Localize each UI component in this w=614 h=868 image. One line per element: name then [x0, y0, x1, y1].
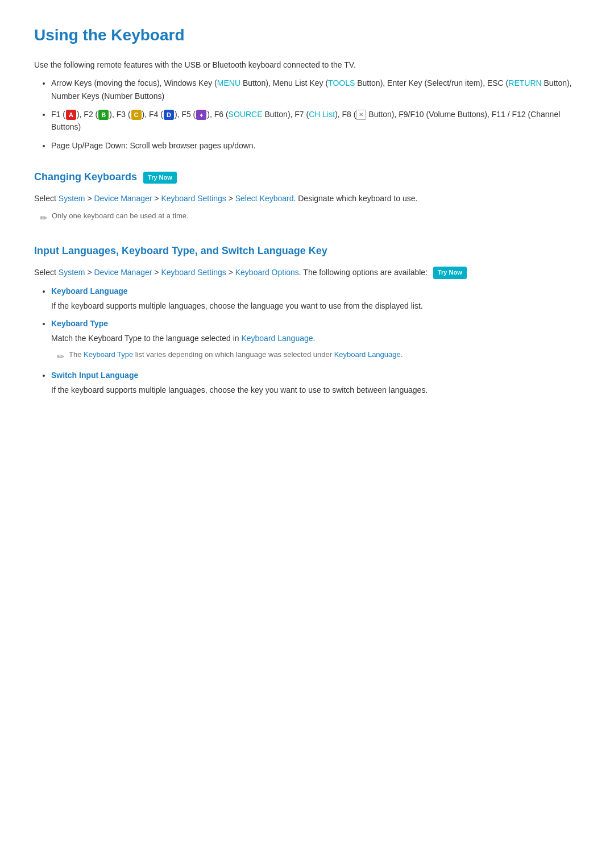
keyboard-type-link-note: Keyboard Type: [84, 350, 133, 359]
list-item-keyboard-language: Keyboard Language If the keyboard suppor…: [51, 285, 580, 313]
note-keyboard-type: ✏ The Keyboard Type list varies dependin…: [51, 349, 580, 364]
page-title: Using the Keyboard: [34, 23, 580, 48]
main-bullet-list: Arrow Keys (moving the focus), Windows K…: [51, 77, 580, 152]
menu-label: MENU: [217, 78, 240, 88]
pencil-icon-2: ✏: [57, 350, 64, 364]
list-item-keyboard-type: Keyboard Type Match the Keyboard Type to…: [51, 317, 580, 364]
f3-icon: C: [131, 110, 142, 120]
f1-icon: A: [66, 110, 76, 120]
mute-icon: ✕: [356, 110, 366, 120]
input-languages-section: Input Languages, Keyboard Type, and Swit…: [34, 243, 580, 397]
f5-icon: ♦: [196, 110, 206, 120]
select-keyboard-link: Select Keyboard: [235, 194, 294, 203]
keyboard-language-link-note: Keyboard Language: [334, 350, 401, 359]
intro-text: Use the following remote features with t…: [34, 59, 580, 71]
keyboard-language-title: Keyboard Language: [51, 286, 128, 296]
switch-input-language-body: If the keyboard supports multiple langua…: [51, 384, 580, 396]
keyboard-type-body: Match the Keyboard Type to the language …: [51, 332, 580, 344]
return-label: RETURN: [508, 78, 541, 88]
system-link-2: System: [59, 268, 85, 277]
note-one-keyboard-text: Only one keyboard can be used at a time.: [52, 210, 189, 222]
page-container: Using the Keyboard Use the following rem…: [34, 23, 580, 397]
changing-keyboards-title: Changing Keyboards Try Now: [34, 169, 580, 185]
tools-label: TOOLS: [328, 78, 355, 88]
changing-keyboards-instruction: Select System > Device Manager > Keyboar…: [34, 192, 580, 205]
f4-icon: D: [164, 110, 174, 120]
f2-icon: B: [98, 110, 109, 120]
source-label: SOURCE: [229, 110, 263, 119]
keyboard-type-title: Keyboard Type: [51, 319, 108, 328]
pencil-icon-1: ✏: [40, 211, 47, 226]
pageupdown-text: Page Up/Page Down: Scroll web browser pa…: [51, 141, 256, 150]
keyboard-options-link: Keyboard Options: [235, 268, 299, 277]
device-manager-link-1: Device Manager: [94, 194, 152, 203]
system-link-1: System: [59, 194, 85, 203]
switch-input-language-title: Switch Input Language: [51, 371, 138, 380]
keyboard-settings-link-1: Keyboard Settings: [161, 194, 226, 203]
list-item-switch-input-language: Switch Input Language If the keyboard su…: [51, 369, 580, 397]
input-languages-title: Input Languages, Keyboard Type, and Swit…: [34, 243, 580, 259]
changing-keyboards-section: Changing Keyboards Try Now Select System…: [34, 169, 580, 226]
keyboard-options-list: Keyboard Language If the keyboard suppor…: [51, 285, 580, 397]
list-item-arrow-keys: Arrow Keys (moving the focus), Windows K…: [51, 77, 580, 102]
list-item-pageupdown: Page Up/Page Down: Scroll web browser pa…: [51, 139, 580, 152]
input-languages-instruction: Select System > Device Manager > Keyboar…: [34, 266, 580, 279]
device-manager-link-2: Device Manager: [94, 268, 152, 277]
note-keyboard-type-text: The Keyboard Type list varies depending …: [69, 349, 403, 361]
keyboard-language-body: If the keyboard supports multiple langua…: [51, 300, 580, 312]
chlist-label: CH List: [309, 110, 335, 119]
note-one-keyboard: ✏ Only one keyboard can be used at a tim…: [34, 210, 580, 226]
keyboard-settings-link-2: Keyboard Settings: [161, 268, 226, 277]
try-now-badge-2[interactable]: Try Now: [433, 267, 467, 279]
keyboard-language-link-inline: Keyboard Language: [241, 334, 313, 343]
list-item-fkeys: F1 (A), F2 (B), F3 (C), F4 (D), F5 (♦), …: [51, 108, 580, 134]
try-now-badge-1[interactable]: Try Now: [143, 172, 177, 184]
